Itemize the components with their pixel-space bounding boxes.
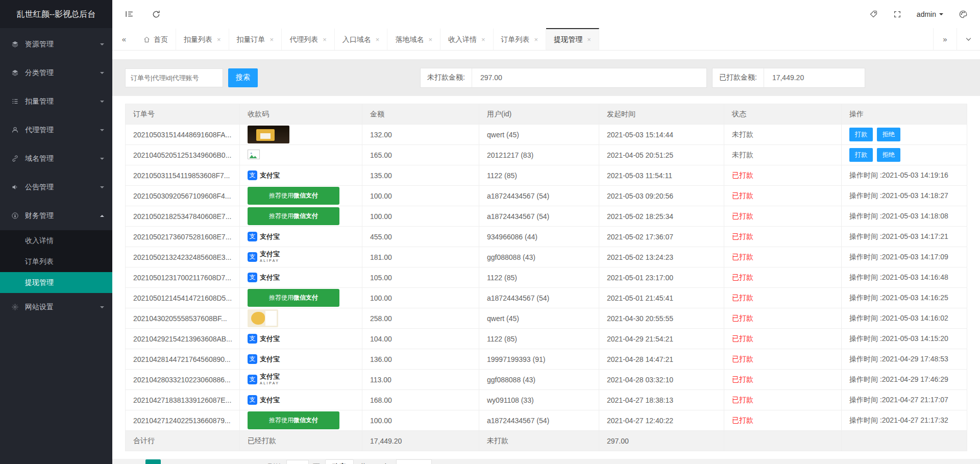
- wechat-pay-button[interactable]: 推荐使用微信支付: [248, 207, 339, 225]
- sidebar-item-resource[interactable]: 资源管理: [0, 30, 112, 59]
- tab-income-detail[interactable]: 收入详情×: [440, 28, 494, 50]
- sidebar-item-site-setting[interactable]: 网站设置: [0, 293, 112, 322]
- user-id: qwert (45): [487, 314, 519, 323]
- sidebar-item-domain[interactable]: 域名管理: [0, 144, 112, 173]
- user-id: 20121217 (83): [487, 151, 533, 159]
- tag-icon[interactable]: [869, 10, 878, 18]
- cell-amount: 181.00: [362, 247, 479, 267]
- amount-value: 132.00: [370, 131, 392, 139]
- cell-action: 操作时间 :2021-05-03 14:18:08: [842, 206, 967, 227]
- alipay-logo[interactable]: 支支付宝: [248, 170, 280, 180]
- reject-button[interactable]: 拒绝: [877, 148, 900, 162]
- search-button[interactable]: 搜索: [228, 68, 258, 87]
- tab-label: 提现管理: [554, 35, 582, 44]
- chevron-down-icon: [100, 158, 104, 162]
- tab-order-list[interactable]: 订单列表×: [494, 28, 547, 50]
- alipay-logo[interactable]: 支支付宝: [248, 273, 280, 282]
- wechat-pay-button[interactable]: 推荐使用微信支付: [248, 411, 339, 429]
- table-row: 202105031514448691608FA...132.00qwert (4…: [126, 125, 967, 145]
- table-row: 20210430205558537608BF...258.00qwert (45…: [126, 308, 967, 329]
- col-status: 状态: [724, 104, 842, 125]
- cell-amount: 168.00: [362, 390, 479, 410]
- collapse-menu-icon[interactable]: [125, 9, 134, 19]
- pay-button[interactable]: 打款: [849, 148, 873, 162]
- chevron-down-icon: [100, 43, 104, 47]
- unpaid-amount-label: 未打款金额:: [421, 68, 472, 87]
- prev-page-button[interactable]: ‹: [125, 459, 140, 464]
- close-icon[interactable]: ×: [376, 36, 380, 43]
- page-number-button[interactable]: 2: [166, 459, 181, 464]
- col-payment-code: 收款码: [240, 104, 362, 125]
- refresh-icon[interactable]: [152, 10, 161, 19]
- broken-image-icon[interactable]: [248, 150, 260, 159]
- sidebar-item-agent[interactable]: 代理管理: [0, 116, 112, 144]
- alipay-logo[interactable]: 支支付宝: [248, 334, 280, 344]
- tabs-spacer: [599, 28, 933, 50]
- cell-start-time: 2021-05-02 13:24:23: [599, 247, 724, 267]
- alipay-logo[interactable]: 支支付宝: [248, 354, 280, 364]
- close-icon[interactable]: ×: [587, 36, 591, 43]
- receipt-photo[interactable]: [248, 126, 289, 143]
- order-no: 202105012317002117608D7...: [133, 274, 231, 282]
- table-row: 202104292154213963608AB...支支付宝104.001122…: [126, 329, 967, 349]
- tab-deduction-order[interactable]: 扣量订单×: [229, 28, 282, 50]
- order-no: 202105021324232485608E3...: [133, 253, 231, 261]
- sidebar-item-notice[interactable]: 公告管理: [0, 173, 112, 202]
- reject-button[interactable]: 拒绝: [877, 128, 900, 141]
- alipay-logo[interactable]: 支支付宝ALIPAY: [248, 373, 280, 386]
- tab-landing-domain[interactable]: 落地域名×: [387, 28, 440, 50]
- sidebar-subitem-withdraw-manage[interactable]: 提现管理: [0, 272, 112, 293]
- page-number-button[interactable]: 3: [186, 459, 202, 464]
- receipt-photo[interactable]: [248, 309, 278, 327]
- tabs-more-icon[interactable]: [957, 28, 980, 50]
- confirm-page-button[interactable]: 确定: [325, 459, 354, 464]
- tab-label: 订单列表: [501, 35, 530, 44]
- sidebar-item-finance[interactable]: 财务管理: [0, 202, 112, 230]
- user-id: qwert (45): [487, 131, 519, 139]
- fullscreen-icon[interactable]: [893, 10, 901, 18]
- alipay-logo[interactable]: 支支付宝ALIPAY: [248, 251, 280, 264]
- operation-time: 操作时间 :2021-04-27 21:17:32: [849, 416, 948, 424]
- cell-action: 操作时间 :2021-04-27 21:17:07: [842, 390, 967, 410]
- start-time: 2021-05-02 17:36:07: [607, 233, 673, 241]
- alipay-logo[interactable]: 支支付宝: [248, 395, 280, 405]
- tab-home[interactable]: 首页: [136, 28, 176, 50]
- cell-order-no: 202105030920567109608F4...: [126, 186, 240, 206]
- tabs-scroll-right[interactable]: »: [933, 28, 957, 50]
- wechat-pay-button[interactable]: 推荐使用微信支付: [248, 289, 339, 307]
- cell-order-no: 202105012145414721608D5...: [126, 288, 240, 308]
- tab-withdraw-manage[interactable]: 提现管理×: [546, 28, 599, 50]
- admin-dropdown[interactable]: admin: [917, 10, 943, 18]
- cell-order-no: 202105021736075281608E7...: [126, 227, 240, 247]
- tabs-scroll-left[interactable]: «: [112, 28, 136, 50]
- close-icon[interactable]: ×: [270, 36, 274, 43]
- col-user-id: 用户(id): [479, 104, 599, 125]
- tab-agent-list[interactable]: 代理列表×: [282, 28, 335, 50]
- next-page-button[interactable]: ›: [241, 459, 257, 464]
- sidebar-item-category[interactable]: 分类管理: [0, 59, 112, 87]
- wechat-pay-button[interactable]: 推荐使用微信支付: [248, 187, 339, 205]
- alipay-logo[interactable]: 支支付宝: [248, 232, 280, 241]
- per-page-select[interactable]: 10 条/页: [396, 459, 432, 464]
- page-number-button[interactable]: 7: [221, 459, 236, 464]
- cell-amount: 136.00: [362, 349, 479, 370]
- sidebar-subitem-income-detail[interactable]: 收入详情: [0, 230, 112, 251]
- close-icon[interactable]: ×: [323, 36, 327, 43]
- close-icon[interactable]: ×: [534, 36, 538, 43]
- sidebar-item-label: 分类管理: [25, 68, 54, 78]
- close-icon[interactable]: ×: [428, 36, 432, 43]
- goto-page-input[interactable]: [286, 460, 309, 464]
- sidebar-item-deduction[interactable]: 扣量管理: [0, 87, 112, 116]
- pay-button[interactable]: 打款: [849, 128, 873, 141]
- page-numbers: 123...7: [145, 459, 241, 464]
- page-number-button[interactable]: 1: [145, 459, 161, 464]
- cell-amount: 100.00: [362, 206, 479, 227]
- close-icon[interactable]: ×: [217, 36, 221, 43]
- cell-payment-code: 支支付宝: [240, 329, 362, 349]
- search-input[interactable]: [125, 68, 223, 87]
- theme-palette-icon[interactable]: [959, 10, 968, 19]
- tab-entry-domain[interactable]: 入口域名×: [335, 28, 388, 50]
- close-icon[interactable]: ×: [481, 36, 485, 43]
- sidebar-subitem-order-list[interactable]: 订单列表: [0, 251, 112, 272]
- tab-deduction-list[interactable]: 扣量列表×: [176, 28, 229, 50]
